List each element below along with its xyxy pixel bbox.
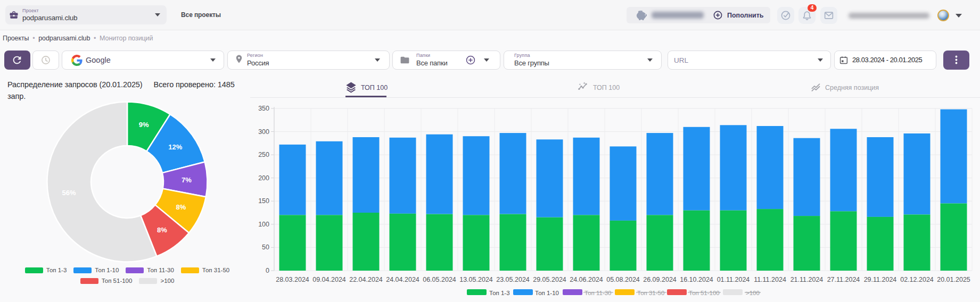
- svg-text:01.11.2024: 01.11.2024: [717, 276, 750, 283]
- svg-text:100: 100: [258, 221, 269, 228]
- svg-text:24.06.2024: 24.06.2024: [570, 276, 603, 283]
- svg-text:29.05.2024: 29.05.2024: [533, 276, 566, 283]
- svg-text:50: 50: [262, 244, 269, 251]
- svg-text:28.03.2024: 28.03.2024: [276, 276, 309, 283]
- svg-text:06.05.2024: 06.05.2024: [423, 276, 456, 283]
- svg-text:250: 250: [258, 151, 269, 158]
- svg-text:Топ 1-3: Топ 1-3: [489, 290, 510, 296]
- svg-text:23.05.2024: 23.05.2024: [496, 276, 530, 283]
- svg-text:13.05.2024: 13.05.2024: [459, 276, 493, 283]
- svg-text:Топ 1-10: Топ 1-10: [535, 290, 559, 296]
- svg-text:11.11.2024: 11.11.2024: [754, 276, 786, 283]
- svg-text:24.04.2024: 24.04.2024: [386, 276, 419, 283]
- svg-text:09.04.2024: 09.04.2024: [312, 276, 346, 283]
- svg-text:02.12.2024: 02.12.2024: [900, 276, 934, 283]
- svg-text:26.09.2024: 26.09.2024: [643, 276, 677, 283]
- svg-text:8%: 8%: [176, 203, 186, 211]
- svg-text:9%: 9%: [139, 121, 149, 129]
- svg-text:200: 200: [258, 174, 269, 182]
- svg-text:7%: 7%: [182, 176, 192, 184]
- svg-text:12%: 12%: [168, 143, 182, 151]
- svg-text:8%: 8%: [157, 226, 167, 234]
- svg-text:300: 300: [258, 128, 269, 136]
- svg-text:150: 150: [258, 197, 269, 205]
- svg-text:05.08.2024: 05.08.2024: [606, 276, 640, 283]
- svg-text:22.04.2024: 22.04.2024: [349, 276, 383, 283]
- svg-text:27.11.2024: 27.11.2024: [827, 276, 860, 283]
- svg-text:20.01.2025: 20.01.2025: [937, 276, 970, 283]
- svg-text:21.11.2024: 21.11.2024: [790, 276, 823, 283]
- svg-text:56%: 56%: [62, 189, 76, 197]
- svg-text:29.11.2024: 29.11.2024: [864, 276, 897, 283]
- svg-text:350: 350: [258, 105, 269, 112]
- svg-text:0: 0: [266, 267, 269, 274]
- svg-text:16.10.2024: 16.10.2024: [680, 276, 713, 283]
